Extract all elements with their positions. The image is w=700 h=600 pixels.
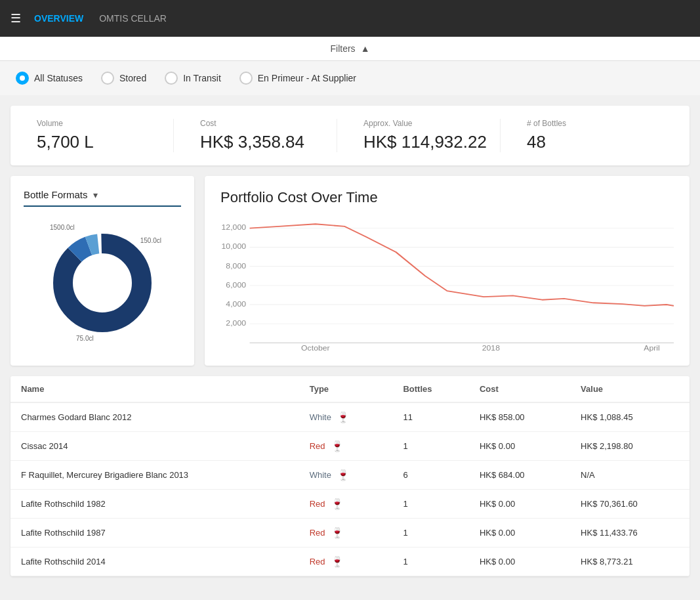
svg-text:October: October [301,345,330,352]
cell-value: HK$ 11,433.76 [570,519,690,547]
label-1500: 1500.0cl [50,224,75,231]
app-header: ☰ OVERVIEW OMTIS CELLAR [0,0,700,37]
filter-stored-label: Stored [119,73,146,83]
table-row[interactable]: Lafite Rothschild 1987 Red 🍷 1 HK$ 0.00 … [10,519,690,547]
col-name: Name [10,376,299,402]
label-150: 150.0cl [140,237,161,244]
cell-cost: HK$ 858.00 [469,402,570,432]
svg-text:2,000: 2,000 [226,320,246,327]
svg-text:April: April [644,345,660,352]
filters-chevron-icon[interactable]: ▲ [361,43,370,54]
bottle-formats-dropdown-icon[interactable]: ▾ [93,190,98,200]
donut-svg [50,230,155,335]
radio-transit-icon [165,72,178,85]
donut-chart: 1500.0cl 150.0cl 75.0cl [24,217,181,349]
cell-name: Lafite Rothschild 1982 [10,490,299,519]
summary-bottles: # of Bottles 48 [500,119,663,152]
volume-value: 5,700 L [37,132,94,152]
table-row[interactable]: Charmes Godard Blanc 2012 White 🍷 11 HK$… [10,402,690,432]
svg-text:4,000: 4,000 [226,301,246,308]
radio-primeur-icon [239,72,253,85]
summary-volume: Volume 5,700 L [37,119,173,152]
svg-text:12,000: 12,000 [222,224,246,231]
table-row[interactable]: F Raquillet, Mercurey Brigadiere Blanc 2… [10,461,690,490]
bottles-value: 48 [527,132,546,152]
filters-label: Filters [331,43,356,54]
cell-value: HK$ 70,361.60 [570,490,690,519]
col-type: Type [299,376,393,402]
cell-type: Red 🍷 [299,547,393,576]
cell-type: White 🍷 [299,402,393,432]
svg-text:10,000: 10,000 [222,244,246,251]
cell-cost: HK$ 0.00 [469,519,570,547]
nav-overview[interactable]: OVERVIEW [34,13,83,24]
portfolio-title: Portfolio Cost Over Time [220,189,674,206]
bottle-formats-header: Bottle Formats ▾ [24,189,181,207]
col-value: Value [570,376,690,402]
cell-bottles: 6 [392,461,468,490]
cell-bottles: 1 [392,547,468,576]
bottles-label: # of Bottles [527,119,566,128]
cell-type: Red 🍷 [299,432,393,461]
svg-text:8,000: 8,000 [226,263,246,270]
filter-transit-label: In Transit [183,73,221,83]
col-bottles: Bottles [392,376,468,402]
bottle-formats-panel: Bottle Formats ▾ 1500.0cl 150.0cl 75.0cl [10,176,194,366]
filter-all-label: All Statuses [34,73,83,83]
cell-name: Charmes Godard Blanc 2012 [10,402,299,432]
filter-all-statuses[interactable]: All Statuses [16,72,83,85]
cell-name: Lafite Rothschild 1987 [10,519,299,547]
filter-radio-row: All Statuses Stored In Transit En Primeu… [0,61,700,95]
menu-icon[interactable]: ☰ [10,11,21,26]
table-row[interactable]: Lafite Rothschild 2014 Red 🍷 1 HK$ 0.00 … [10,547,690,576]
bottle-formats-title: Bottle Formats [24,189,88,200]
main-content: Volume 5,700 L Cost HK$ 3,358.84 Approx.… [0,95,700,587]
cell-cost: HK$ 684.00 [469,461,570,490]
cell-cost: HK$ 0.00 [469,432,570,461]
radio-all-icon [16,72,29,85]
label-75: 75.0cl [76,335,94,342]
cell-type: Red 🍷 [299,490,393,519]
summary-approx-value: Approx. Value HK$ 114,932.22 [337,119,500,152]
table-row[interactable]: Lafite Rothschild 1982 Red 🍷 1 HK$ 0.00 … [10,490,690,519]
svg-text:6,000: 6,000 [226,282,246,289]
cell-type: Red 🍷 [299,519,393,547]
cell-value: HK$ 1,088.45 [570,402,690,432]
summary-cost: Cost HK$ 3,358.84 [173,119,337,152]
cell-bottles: 1 [392,490,468,519]
filter-primeur-label: En Primeur - At Supplier [258,73,356,83]
filter-stored[interactable]: Stored [101,72,146,85]
svg-text:2018: 2018 [482,345,500,352]
cell-bottles: 11 [392,402,468,432]
table-row[interactable]: Cissac 2014 Red 🍷 1 HK$ 0.00 HK$ 2,198.8… [10,432,690,461]
volume-label: Volume [37,119,63,128]
portfolio-line [250,224,674,306]
cell-value: HK$ 8,773.21 [570,547,690,576]
cell-cost: HK$ 0.00 [469,490,570,519]
cell-name: Cissac 2014 [10,432,299,461]
charts-row: Bottle Formats ▾ 1500.0cl 150.0cl 75.0cl [10,176,690,366]
portfolio-panel: Portfolio Cost Over Time 12,000 10,000 8… [205,176,690,366]
cell-name: F Raquillet, Mercurey Brigadiere Blanc 2… [10,461,299,490]
cost-label: Cost [200,119,216,128]
portfolio-chart: 12,000 10,000 8,000 6,000 4,000 2,000 [220,219,674,351]
data-table: Name Type Bottles Cost Value Charmes God… [10,376,690,576]
table-header-row: Name Type Bottles Cost Value [10,376,690,402]
filter-in-transit[interactable]: In Transit [165,72,221,85]
cell-cost: HK$ 0.00 [469,547,570,576]
cell-bottles: 1 [392,432,468,461]
filters-bar: Filters ▲ [0,37,700,61]
summary-card: Volume 5,700 L Cost HK$ 3,358.84 Approx.… [10,106,690,165]
filter-en-primeur[interactable]: En Primeur - At Supplier [239,72,356,85]
cell-value: N/A [570,461,690,490]
approx-value-label: Approx. Value [363,119,413,128]
cell-name: Lafite Rothschild 2014 [10,547,299,576]
nav-cellar[interactable]: OMTIS CELLAR [99,13,167,24]
approx-value: HK$ 114,932.22 [363,132,487,152]
cell-bottles: 1 [392,519,468,547]
col-cost: Cost [469,376,570,402]
cost-value: HK$ 3,358.84 [200,132,304,152]
radio-stored-icon [101,72,114,85]
cell-value: HK$ 2,198.80 [570,432,690,461]
cell-type: White 🍷 [299,461,393,490]
